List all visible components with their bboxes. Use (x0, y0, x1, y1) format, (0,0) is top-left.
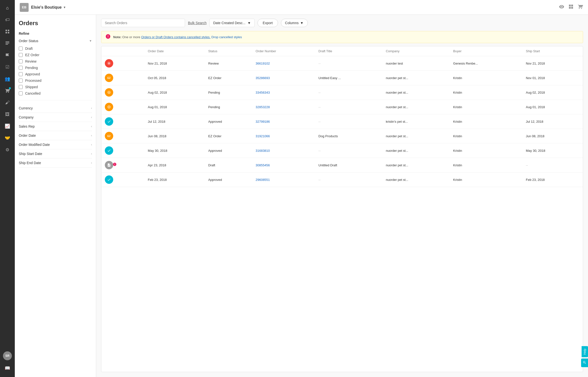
help-search-button[interactable] (581, 359, 588, 367)
nav-home[interactable]: ⌂ (2, 2, 13, 13)
nav-checkbox[interactable]: ☑ (2, 62, 13, 72)
columns-button[interactable]: Columns ▼ (281, 19, 308, 27)
filter-pending[interactable]: Pending (19, 65, 92, 71)
order-number-cell[interactable]: 31921066 (252, 129, 315, 143)
table-row[interactable]: Aug 02, 2018 Pending 33456343 -- nuorder… (101, 85, 583, 100)
filter-review[interactable]: Review (19, 58, 92, 65)
company-chevron-icon: ‹ (91, 116, 92, 119)
order-modified-date-filter[interactable]: Order Modified Date ‹ (19, 140, 92, 149)
status-cell: EZ Order (205, 129, 252, 143)
company-cell: nuorder pet st... (382, 71, 450, 85)
order-type-icon (105, 59, 113, 68)
nav-report[interactable] (2, 26, 13, 37)
review-checkbox[interactable] (19, 59, 23, 63)
filter-processed[interactable]: Processed (19, 77, 92, 84)
table-row[interactable]: Apr 23, 2018 Draft 30855456 Untitled Dra… (101, 158, 583, 172)
company-cell: nuorder pet st... (382, 129, 450, 143)
order-number-cell[interactable]: 29608551 (252, 172, 315, 187)
processed-label: Processed (25, 79, 41, 83)
nav-brush[interactable]: 🖌 (2, 97, 13, 108)
orders-table-container: Order Date Status Order Number Draft Tit… (101, 46, 583, 372)
currency-filter[interactable]: Currency ‹ (19, 104, 92, 113)
icon-cell (101, 172, 144, 187)
order-number-cell[interactable]: 32799186 (252, 114, 315, 129)
eye-icon[interactable] (559, 4, 564, 11)
nav-chart[interactable]: 📈 (2, 121, 13, 132)
table-row[interactable]: Aug 01, 2018 Pending 32853228 -- nuorder… (101, 100, 583, 114)
sales-rep-chevron-icon: ‹ (91, 125, 92, 128)
nav-book[interactable]: 📖 (2, 363, 13, 374)
cancelled-styles-link[interactable]: Orders or Draft Orders contains cancelle… (141, 35, 210, 39)
help-button[interactable]: Help (582, 346, 588, 357)
table-row[interactable]: Feb 23, 2018 Approved 29608551 -- nuorde… (101, 172, 583, 187)
store-name-button[interactable]: Elsie's Boutique ▼ (31, 5, 66, 10)
pending-checkbox[interactable] (19, 66, 23, 70)
order-number-cell[interactable]: 31683810 (252, 143, 315, 158)
table-row[interactable]: EZ Jun 08, 2018 EZ Order 31921066 Dog Pr… (101, 129, 583, 143)
svg-point-11 (109, 106, 110, 107)
draft-title-cell: -- (315, 56, 382, 71)
filter-approved[interactable]: Approved (19, 71, 92, 77)
nav-tags[interactable]: 🏷 (2, 14, 13, 25)
draft-checkbox[interactable] (19, 47, 23, 51)
shipped-checkbox[interactable] (19, 85, 23, 89)
svg-rect-6 (6, 44, 8, 45)
order-number-cell[interactable]: 36619102 (252, 56, 315, 71)
ship-end-date-chevron-icon: ‹ (91, 161, 92, 165)
export-button[interactable]: Export (257, 19, 278, 27)
order-status-header[interactable]: Order Status ▼ (19, 39, 92, 43)
ship-start-cell: -- (522, 158, 583, 172)
nav-image[interactable]: 🖼 (2, 109, 13, 120)
company-cell: kristin's pet st... (382, 114, 450, 129)
order-date-chevron-icon: ‹ (91, 134, 92, 137)
sidebar: Orders Refine Order Status ▼ Draft EZ Or… (15, 15, 96, 377)
columns-label: Columns (285, 21, 299, 25)
search-input[interactable] (101, 19, 185, 27)
table-row[interactable]: May 30, 2018 Approved 31683810 -- nuorde… (101, 143, 583, 158)
sales-rep-filter[interactable]: Sales Rep ‹ (19, 122, 92, 131)
filter-shipped[interactable]: Shipped (19, 84, 92, 90)
order-number-cell[interactable]: 35286693 (252, 71, 315, 85)
table-row[interactable]: Nov 21, 2018 Review 36619102 -- nuorder … (101, 56, 583, 71)
order-number-cell[interactable]: 33456343 (252, 85, 315, 100)
filter-draft[interactable]: Draft (19, 45, 92, 52)
nav-avatar[interactable]: SR (3, 351, 12, 360)
ship-start-date-filter[interactable]: Ship Start Date ‹ (19, 149, 92, 158)
order-date-cell: Nov 21, 2018 (144, 56, 205, 71)
cancelled-label: Cancelled (25, 91, 40, 95)
processed-checkbox[interactable] (19, 79, 23, 83)
order-date-filter[interactable]: Order Date ‹ (19, 131, 92, 140)
order-date-cell: Jun 08, 2018 (144, 129, 205, 143)
ship-end-date-filter[interactable]: Ship End Date ‹ (19, 158, 92, 168)
status-cell: Approved (205, 143, 252, 158)
order-number-cell[interactable]: 30855456 (252, 158, 315, 172)
order-number-cell[interactable]: 32853228 (252, 100, 315, 114)
sort-dropdown[interactable]: Date Created Desc... ▼ (209, 19, 255, 27)
nav-flag[interactable] (2, 50, 13, 61)
grid-icon[interactable] (568, 4, 574, 11)
table-row[interactable]: Jul 12, 2018 Approved 32799186 -- kristi… (101, 114, 583, 129)
drop-cancelled-link[interactable]: Drop cancelled styles (211, 35, 242, 39)
buyer-cell: Genesis Renbe... (450, 56, 522, 71)
nav-settings[interactable]: ⚙ (2, 144, 13, 155)
ez-order-checkbox[interactable] (19, 53, 23, 57)
status-cell: Approved (205, 114, 252, 129)
nav-orders[interactable] (2, 38, 13, 49)
nav-people[interactable]: 👥 (2, 73, 13, 84)
table-row[interactable]: EZ Oct 05, 2018 EZ Order 35286693 Untitl… (101, 71, 583, 85)
status-cell: Draft (205, 158, 252, 172)
bulk-search-button[interactable]: Bulk Search (188, 21, 206, 25)
order-type-icon (105, 175, 113, 184)
approved-checkbox[interactable] (19, 72, 23, 76)
nav-cart[interactable] (2, 85, 13, 96)
company-label: Company (19, 115, 34, 119)
cancelled-checkbox[interactable] (19, 91, 23, 95)
nav-handshake[interactable]: 🤝 (2, 133, 13, 143)
buyer-cell: Kristin (450, 85, 522, 100)
company-filter[interactable]: Company ‹ (19, 113, 92, 122)
ship-start-cell: Nov 01, 2018 (522, 71, 583, 85)
filter-ez-order[interactable]: EZ Order (19, 52, 92, 58)
filter-cancelled[interactable]: Cancelled (19, 90, 92, 97)
sort-chevron-icon: ▼ (247, 21, 251, 25)
cart-icon[interactable] (578, 4, 583, 11)
